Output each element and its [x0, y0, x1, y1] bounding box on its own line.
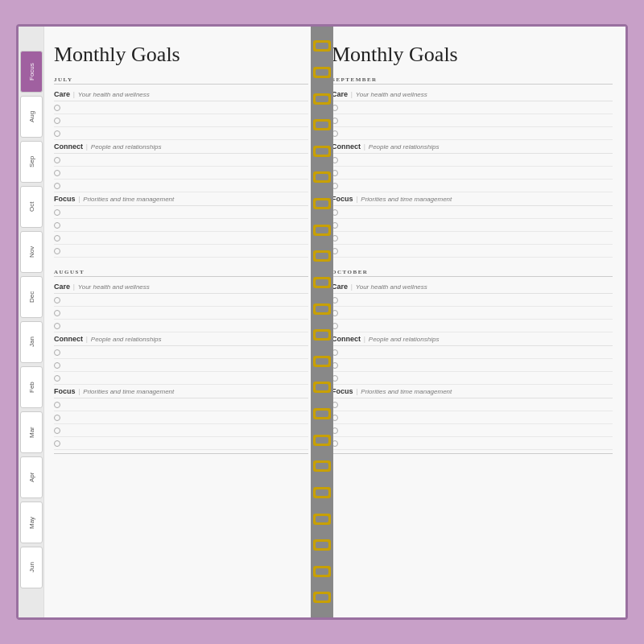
oct-care-desc: Your health and wellness	[356, 283, 427, 291]
sep-connect-desc: People and relationships	[369, 143, 440, 151]
ring	[313, 250, 331, 262]
ring	[313, 67, 331, 78]
spine-binding	[311, 27, 333, 617]
ring	[313, 93, 331, 105]
ring	[313, 514, 331, 525]
tab-focus[interactable]: Focus	[20, 51, 43, 93]
ring	[313, 539, 331, 551]
july-focus-header: Focus | Priorities and time management	[54, 192, 308, 206]
sep-care-desc: Your health and wellness	[356, 91, 427, 98]
aug-focus-label: Focus	[54, 387, 76, 395]
goal-line	[332, 245, 613, 258]
bullet	[54, 157, 60, 163]
bullet	[54, 222, 60, 229]
ring	[313, 356, 331, 367]
right-page-title: Monthly Goals	[332, 43, 613, 67]
tab-sep[interactable]: Sep	[20, 141, 43, 183]
sep-focus-desc: Priorities and time management	[361, 196, 452, 203]
bullet	[54, 349, 60, 356]
goal-line	[54, 359, 308, 372]
july-care-header: Care | Your health and wellness	[54, 88, 308, 101]
bullet	[54, 427, 60, 434]
tab-apr[interactable]: Apr	[20, 456, 43, 498]
bullet	[54, 130, 60, 137]
tab-may[interactable]: May	[20, 502, 43, 543]
sep-care-label: Care	[332, 90, 348, 98]
september-section: SEPTEMBER Care | Your health and wellnes…	[332, 76, 613, 258]
ring	[313, 303, 331, 315]
july-care-label: Care	[54, 90, 70, 98]
bullet	[54, 402, 60, 408]
goal-line	[54, 294, 308, 307]
bullet	[54, 209, 60, 216]
goal-line	[332, 101, 613, 114]
goal-line	[54, 206, 308, 219]
oct-focus-label: Focus	[332, 387, 353, 395]
goal-line	[332, 219, 613, 232]
aug-connect-desc: People and relationships	[91, 336, 162, 343]
goal-line	[54, 320, 308, 332]
sep-connect-label: Connect	[332, 142, 361, 151]
september-label: SEPTEMBER	[332, 76, 613, 85]
bullet	[54, 105, 60, 111]
bullet	[54, 170, 60, 176]
july-focus-label: Focus	[54, 195, 76, 203]
goal-line	[332, 206, 613, 219]
ring	[313, 566, 331, 577]
goal-line	[332, 180, 613, 192]
goal-line	[54, 437, 308, 450]
july-connect-label: Connect	[54, 142, 83, 151]
ring	[313, 119, 331, 130]
oct-care-label: Care	[332, 283, 348, 291]
ring	[313, 592, 331, 603]
goal-line	[332, 359, 613, 372]
tab-nov[interactable]: Nov	[20, 231, 43, 273]
goal-line	[332, 346, 613, 359]
tab-aug[interactable]: Aug	[20, 96, 43, 138]
october-section: OCTOBER Care | Your health and wellness …	[332, 269, 613, 454]
tab-jun[interactable]: Jun	[20, 547, 43, 588]
right-page-content: Monthly Goals SEPTEMBER Care | Your heal…	[322, 27, 625, 617]
october-label: OCTOBER	[332, 269, 613, 277]
july-section: JULY Care | Your health and wellness Con…	[54, 76, 308, 258]
left-page-content: Monthly Goals JULY Care | Your health an…	[44, 27, 321, 617]
aug-care-header: Care | Your health and wellness	[54, 280, 308, 294]
tab-jan[interactable]: Jan	[20, 321, 43, 363]
tab-feb[interactable]: Feb	[20, 366, 43, 408]
tab-mar[interactable]: Mar	[20, 411, 43, 453]
tab-dec[interactable]: Dec	[20, 276, 43, 318]
ring	[313, 146, 331, 157]
bullet	[54, 375, 60, 382]
goal-line	[54, 180, 308, 192]
goal-line	[332, 372, 613, 385]
goal-line	[332, 294, 613, 307]
bullet	[54, 183, 60, 189]
ring	[313, 171, 331, 183]
sep-connect-header: Connect | People and relationships	[332, 140, 613, 154]
bullet	[54, 235, 60, 242]
oct-focus-desc: Priorities and time management	[361, 388, 452, 395]
goal-line	[332, 437, 613, 450]
goal-line	[54, 101, 308, 114]
ring	[313, 382, 331, 393]
oct-connect-label: Connect	[332, 335, 361, 343]
tab-oct[interactable]: Oct	[20, 186, 43, 228]
sep-focus-header: Focus | Priorities and time management	[332, 192, 613, 206]
bullet	[54, 118, 60, 124]
goal-line	[54, 127, 308, 140]
ring	[313, 277, 331, 288]
planner: Focus Aug Sep Oct Nov Dec Jan Feb Mar Ap…	[16, 24, 628, 620]
bullet	[54, 248, 60, 254]
goal-line	[54, 307, 308, 320]
goal-line	[54, 219, 308, 232]
ring	[313, 329, 331, 341]
sep-focus-label: Focus	[332, 195, 353, 203]
ring	[313, 408, 331, 419]
ring	[313, 40, 331, 52]
goal-line	[332, 167, 613, 180]
left-page: Focus Aug Sep Oct Nov Dec Jan Feb Mar Ap…	[19, 27, 322, 617]
goal-line	[54, 114, 308, 127]
goal-line	[54, 411, 308, 424]
bullet	[54, 297, 60, 303]
goal-line	[54, 346, 308, 359]
